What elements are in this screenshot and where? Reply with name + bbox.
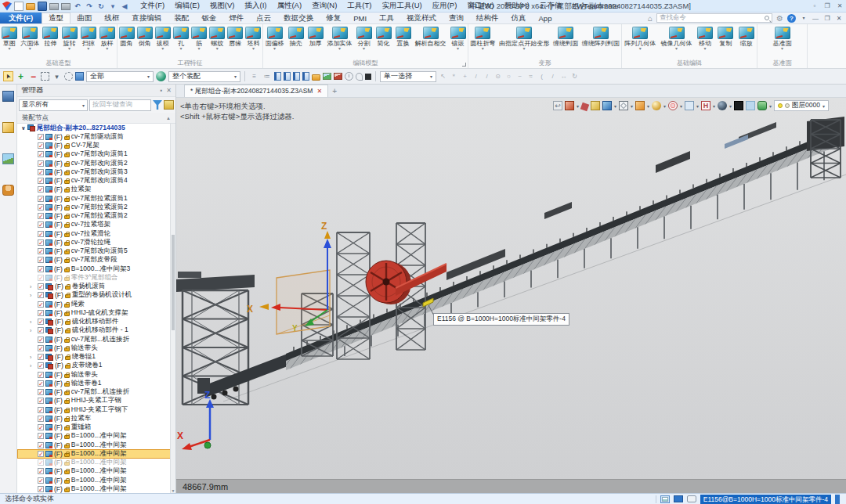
expand-icon[interactable]: › [30,363,31,369]
doc-minimize-icon[interactable]: — [812,15,819,22]
minimize-icon[interactable]: ▫ [811,2,819,9]
segment-snap-icon[interactable]: / [548,73,557,80]
tree-item-39[interactable]: (F)B=1000...准中间架 [17,476,175,484]
tree-item-17[interactable]: ›(F)卷扬机滚筒 [17,283,175,291]
ribbon-item-放样[interactable]: 放样▾ [99,26,116,52]
section-view-icon-dropdown[interactable]: ▾ [713,103,715,109]
pick-mode-dropdown[interactable]: 单一选择▾ [380,71,436,82]
ribbon-item-阵列几何体[interactable]: 阵列几何体▾ [624,26,656,52]
tab-焊件[interactable]: 焊件 [222,13,250,23]
ribbon-item-缠绕到面[interactable]: 缠绕到面 [552,26,579,52]
close-icon[interactable]: ✕ [836,2,844,9]
help-dropdown-icon[interactable]: ▾ [800,15,808,22]
tree-item-4[interactable]: (F)cv-7尾部改向滚筒3 [17,167,175,176]
tree-item-1[interactable]: (F)CV-7尾架 [17,142,175,150]
checkbox[interactable] [38,319,44,325]
ribbon-item-螺纹[interactable]: 螺纹▾ [208,26,226,52]
pick-arrow-icon[interactable]: ↖ [439,73,447,80]
tree-item-36[interactable]: (F)B=1000...准中间架 [17,449,175,458]
remove-select-icon[interactable]: − [28,71,38,81]
window-select-dropdown-icon[interactable]: ▾ [52,71,62,81]
menu-item-8[interactable]: 应用(P) [428,1,462,11]
expand-icon[interactable]: › [30,293,31,298]
checkbox[interactable] [38,433,44,439]
center-snap-icon[interactable]: ⊙ [494,73,502,80]
lasso-select-icon[interactable] [64,72,73,81]
tree-item-34[interactable]: (F)B=1000...准中间架 [17,432,175,441]
tree-item-21[interactable]: ›(F)硫化机移动部件 [17,318,175,326]
checkbox[interactable] [38,301,44,308]
document-tab[interactable]: * 尾部组合-副本20240827144035.Z3ASM ✕ [184,85,328,97]
tree-item-29[interactable]: (F)cv-7尾部...机连接折 [17,388,175,397]
file-menu-button[interactable]: 文件(F) [0,13,42,23]
regen-dropdown-icon[interactable]: ▾ [108,2,118,11]
assembly-scope-icon[interactable] [156,71,166,81]
tree-item-33[interactable]: (F)重锤箱 [17,423,175,432]
visual-manager-icon[interactable] [2,153,14,164]
tree-item-0[interactable]: (F)cv-7尾部驱动滚筒 [17,132,175,141]
ribbon-item-圆柱折弯[interactable]: 圆柱折弯▾ [469,26,496,52]
ribbon-item-唇缘[interactable]: 唇缘 [226,26,244,52]
animation-icon[interactable] [334,73,342,80]
menu-item-6[interactable]: 工具(T) [342,1,376,11]
ribbon-item-镶嵌[interactable]: 镶嵌▾ [450,26,467,52]
stop-icon[interactable] [365,74,371,80]
tab-数据交换[interactable]: 数据交换 [277,13,320,23]
checkbox[interactable] [38,266,44,272]
checkbox[interactable] [38,231,44,237]
float-component-icon[interactable] [284,72,291,81]
datum-plane[interactable] [277,270,330,334]
tab-修复[interactable]: 修复 [320,13,347,23]
collapse-icon[interactable]: ∨ [21,125,26,131]
save-icon[interactable] [38,2,47,11]
bg-black-swatch[interactable] [734,101,743,110]
render-mode-icon[interactable] [652,101,661,110]
tab-视觉样式[interactable]: 视觉样式 [400,13,443,23]
anchor-component-icon[interactable] [293,72,300,81]
ribbon-item-六面体[interactable]: 六面体▾ [20,26,40,52]
expand-icon[interactable]: › [30,319,31,325]
checkbox[interactable] [38,248,44,254]
ribbon-item-筋[interactable]: 筋▾ [190,26,208,52]
pin-icon[interactable]: ▪ [160,87,162,94]
shade-mode-icon[interactable] [602,101,612,110]
tree-item-20[interactable]: (F)HHIJ-硫化机支撑架 [17,308,175,317]
panel-close-icon[interactable]: ✕ [166,87,172,94]
checkbox[interactable] [38,310,44,316]
ribbon-item-基准面[interactable]: 基准面▾ [772,26,793,52]
erase-display-icon[interactable] [580,102,590,111]
tree-item-35[interactable]: (F)B=1000...准中间架 [17,441,175,449]
ribbon-item-扫掠[interactable]: 扫掠▾ [80,26,97,52]
tree-item-24[interactable]: (F)输送带头 [17,344,175,352]
window-select-icon[interactable] [41,72,49,81]
ribbon-item-抽壳[interactable]: 抽壳 [287,26,305,52]
stereo-view-icon[interactable] [757,101,767,110]
checkbox[interactable] [38,362,44,369]
tree-search-input[interactable]: 按回车键查询 [89,99,151,111]
tree-item-5[interactable]: (F)cv-7尾部改向滚筒4 [17,177,175,185]
entity-filter-dropdown[interactable]: 全部▾ [86,71,154,82]
window-display-icon[interactable] [685,101,694,110]
head-structure[interactable] [807,117,844,178]
tree-item-16[interactable]: (F)零件3^尾部组合 [17,273,175,282]
regen-icon[interactable]: ↻ [96,2,106,11]
new-tab-button[interactable]: + [328,85,341,97]
grid-toggle-icon[interactable] [660,495,670,503]
checkbox[interactable] [38,451,44,457]
select-cursor-icon[interactable] [3,71,13,81]
ribbon-item-简化[interactable]: 简化 [375,26,392,52]
menu-item-7[interactable]: 实用工具(U) [377,1,426,11]
tree-item-10[interactable]: (F)cv-7拉紧塔架 [17,221,175,229]
tree-item-25[interactable]: ›(F)绕卷辊1 [17,353,175,362]
display-mode-icon[interactable] [635,101,645,110]
show-constraints-icon[interactable]: ≡ [249,71,259,81]
ribbon-item-坯料[interactable]: 坯料▾ [244,26,262,52]
app-logo-icon[interactable] [2,2,12,11]
tree-item-3[interactable]: (F)cv-7尾部改向滚筒2 [17,159,175,167]
checkbox[interactable] [38,239,44,246]
graphics-area[interactable]: <单击右键>环境相关选项. <Shift +鼠标右键>显示选择过滤器. ↩▾▾▾… [176,98,846,479]
tree-item-40[interactable]: (F)B=1000...准中间架 [17,484,175,493]
tree-root[interactable]: ∨尾部组合-副本20...827144035 [17,124,175,132]
tree-item-30[interactable]: (F)HHIJ-夹紧工字钢 [17,397,175,405]
display-mode-icon-dropdown[interactable]: ▾ [647,103,649,109]
